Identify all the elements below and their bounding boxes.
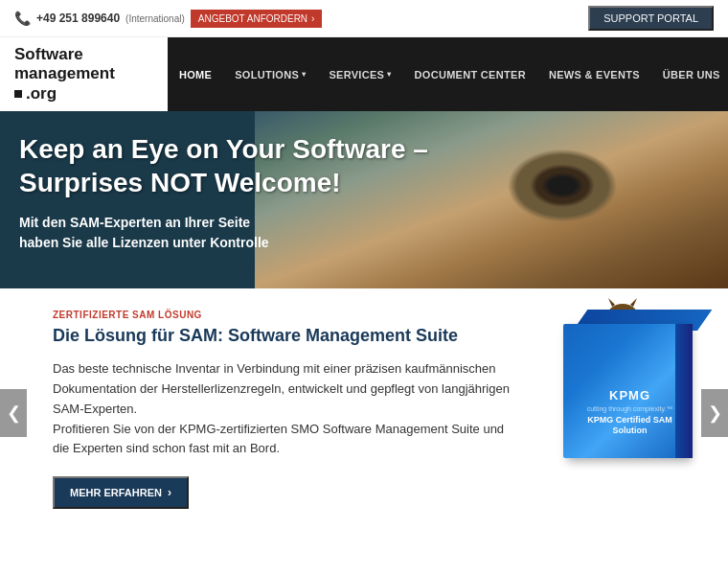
content-description: Das beste technische Inventar in Verbind…	[53, 359, 517, 459]
svg-marker-5	[630, 298, 637, 307]
button-arrow-icon: ›	[168, 486, 171, 499]
slider-arrow-right[interactable]: ❯	[701, 389, 728, 437]
content-body-area: ZERTIFIZIERTE SAM LÖSUNG Die Lösung für …	[0, 288, 728, 538]
chevron-down-icon: ▾	[387, 70, 391, 79]
header: Software management .org HOME SOLUTIONS▾…	[0, 37, 728, 111]
content-inner: ZERTIFIZIERTE SAM LÖSUNG Die Lösung für …	[53, 310, 709, 509]
phone-number: +49 251 899640	[36, 12, 120, 25]
nav-news-events[interactable]: NEWS & EVENTS	[537, 37, 651, 111]
hero-subtitle: Mit den SAM-Experten an Ihrer Seite habe…	[19, 213, 460, 253]
logo-area: Software management .org	[0, 37, 168, 111]
content-section: ❮ ZERTIFIZIERTE SAM LÖSUNG Die Lösung fü…	[0, 288, 728, 538]
hero-content: Keep an Eye on Your Software –Surprises …	[0, 111, 479, 272]
angebot-button[interactable]: ANGEBOT ANFORDERN ›	[191, 10, 323, 28]
product-box: KPMG cutting through complexity.™ KPMG C…	[536, 310, 709, 509]
box-side-face	[675, 324, 693, 458]
hero-title: Keep an Eye on Your Software –Surprises …	[19, 132, 460, 199]
nav-solutions[interactable]: SOLUTIONS▾	[223, 37, 317, 111]
nav-document-center[interactable]: DOCUMENT CENTER	[403, 37, 537, 111]
product-3d-box: KPMG cutting through complexity.™ KPMG C…	[554, 310, 693, 458]
support-portal-button[interactable]: SUPPORT PORTAL	[588, 6, 714, 31]
nav-services[interactable]: SERVICES▾	[317, 37, 402, 111]
phone-intl: (International)	[125, 13, 185, 24]
top-bar-left: 📞 +49 251 899640 (International) ANGEBOT…	[14, 10, 322, 28]
nav-home[interactable]: HOME	[168, 37, 223, 111]
mehr-erfahren-button[interactable]: MEHR ERFAHREN ›	[53, 476, 189, 509]
content-text: ZERTIFIZIERTE SAM LÖSUNG Die Lösung für …	[53, 310, 517, 509]
box-label: KPMG cutting through complexity.™ KPMG C…	[573, 388, 688, 437]
hero-section: Keep an Eye on Your Software –Surprises …	[0, 111, 728, 288]
main-nav: HOME SOLUTIONS▾ SERVICES▾ DOCUMENT CENTE…	[168, 37, 728, 111]
top-bar: 📞 +49 251 899640 (International) ANGEBOT…	[0, 0, 728, 37]
kpmg-box: KPMG cutting through complexity.™ KPMG C…	[546, 310, 699, 468]
slider-arrow-left[interactable]: ❮	[0, 389, 27, 437]
logo[interactable]: Software management .org	[14, 45, 115, 104]
logo-square	[14, 90, 22, 98]
nav-uber-uns[interactable]: ÜBER UNS	[651, 37, 728, 111]
box-front-face: KPMG cutting through complexity.™ KPMG C…	[563, 324, 688, 458]
nav-items: HOME SOLUTIONS▾ SERVICES▾ DOCUMENT CENTE…	[168, 37, 728, 111]
chevron-down-icon: ▾	[302, 70, 306, 79]
phone-icon: 📞	[14, 11, 31, 26]
content-tag: ZERTIFIZIERTE SAM LÖSUNG	[53, 310, 517, 320]
svg-marker-4	[608, 298, 615, 307]
content-title: Die Lösung für SAM: Software Management …	[53, 326, 517, 346]
